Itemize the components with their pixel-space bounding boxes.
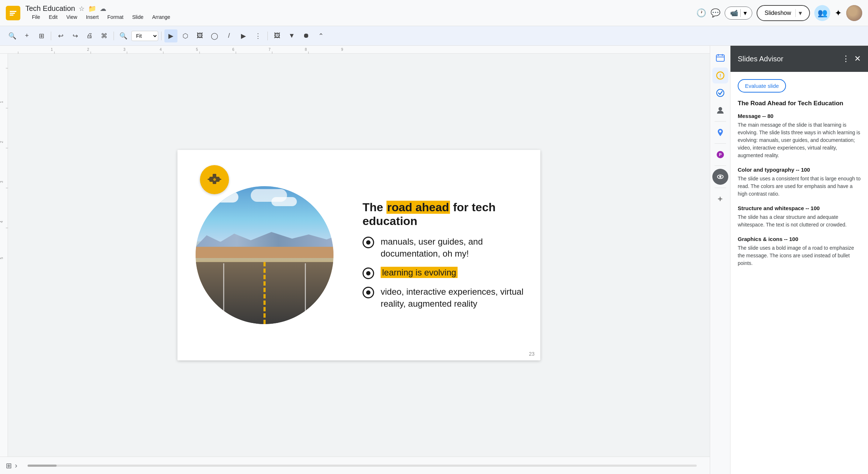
undo-btn[interactable]: ↩: [54, 29, 67, 42]
next-slide-icon[interactable]: ›: [15, 461, 17, 470]
svg-text:3: 3: [0, 181, 4, 183]
svg-text:2: 2: [87, 48, 89, 52]
advisor-header-actions: ⋮ ✕: [842, 54, 861, 64]
menu-view[interactable]: View: [63, 13, 81, 21]
icon-rail: ! P +: [710, 46, 730, 474]
star-icon[interactable]: ☆: [79, 5, 85, 13]
menu-format[interactable]: Format: [104, 13, 127, 21]
slide-scrollbar[interactable]: [28, 465, 697, 467]
rail-check-icon[interactable]: [712, 85, 728, 101]
doc-title: Tech Education: [25, 4, 75, 13]
zoom-reset-btn[interactable]: 🔍: [117, 29, 130, 42]
top-bar-actions: 🕐 💬 📹 ▾ Slideshow ▾ 👥 ✦: [696, 5, 862, 21]
svg-rect-37: [716, 55, 724, 61]
road-circle-image: [196, 186, 333, 324]
add-people-button[interactable]: 👥: [814, 5, 830, 21]
advisor-section-structure: Structure and whitespace -- 100 The slid…: [738, 205, 861, 229]
grid-view-btn[interactable]: ⊞: [35, 29, 48, 42]
grid-view-icon[interactable]: ⊞: [6, 461, 12, 470]
toolbar-sep-1: [51, 32, 51, 40]
svg-rect-40: [722, 54, 723, 56]
main-area: 1 2 3 4 5 6 7 8 9: [0, 46, 868, 474]
history-icon[interactable]: 🕐: [696, 8, 706, 18]
slide-left: ⊕: [177, 150, 352, 360]
rail-purple-icon[interactable]: P: [712, 147, 728, 163]
list-item: learning is evolving: [363, 266, 529, 279]
menu-slide[interactable]: Slide: [128, 13, 147, 21]
bullet-icon-1: [363, 237, 374, 248]
list-item: manuals, user guides, and documentation,…: [363, 236, 529, 260]
menu-insert[interactable]: Insert: [82, 13, 102, 21]
print-btn[interactable]: 🖨: [83, 29, 96, 42]
more-btn[interactable]: ⋮: [251, 29, 265, 42]
svg-rect-3: [10, 15, 13, 16]
slide: ⊕: [177, 150, 540, 360]
svg-rect-2: [10, 13, 15, 14]
evaluate-slide-button[interactable]: Evaluate slide: [738, 79, 786, 93]
rail-advisor-icon[interactable]: !: [712, 68, 728, 83]
svg-marker-36: [220, 178, 222, 180]
bullet-icon-3: [363, 287, 374, 298]
transform-btn[interactable]: ⬡: [179, 29, 192, 42]
shape-btn[interactable]: ◯: [208, 29, 221, 42]
advisor-section-title-graphics: Graphics & icons -- 100: [738, 236, 861, 242]
image-btn[interactable]: 🖼: [193, 29, 206, 42]
slide-viewport[interactable]: ⊕: [8, 54, 710, 457]
record-btn[interactable]: ⏺: [300, 29, 313, 42]
rail-person-icon[interactable]: [712, 102, 728, 118]
comments-icon[interactable]: 💬: [711, 8, 720, 18]
rail-calendar-icon[interactable]: [712, 50, 728, 66]
zoom-select[interactable]: Fit 50% 75% 100%: [131, 31, 158, 41]
menu-arrange[interactable]: Arrange: [148, 13, 174, 21]
bullet-list: manuals, user guides, and documentation,…: [363, 236, 529, 310]
canvas-area: 1 2 3 4 5 6 7 8 9: [0, 46, 710, 474]
rail-add-icon[interactable]: +: [712, 191, 728, 207]
svg-text:5: 5: [0, 257, 4, 259]
svg-marker-35: [207, 178, 209, 180]
svg-point-44: [718, 107, 722, 111]
svg-text:6: 6: [232, 48, 234, 52]
slideshow-button[interactable]: Slideshow ▾: [757, 5, 810, 21]
zoom-out-btn[interactable]: 🔍: [6, 29, 19, 42]
line-btn[interactable]: /: [222, 29, 236, 42]
video-insert-btn[interactable]: ▶: [237, 29, 250, 42]
rail-maps-icon[interactable]: [712, 124, 728, 140]
advisor-section-title-structure: Structure and whitespace -- 100: [738, 205, 861, 211]
advisor-more-icon[interactable]: ⋮: [842, 54, 850, 64]
menu-edit[interactable]: Edit: [45, 13, 61, 21]
ruler-horizontal: 1 2 3 4 5 6 7 8 9: [0, 46, 710, 54]
svg-text:1: 1: [51, 48, 53, 52]
slideshow-dropdown-arrow: ▾: [795, 9, 802, 17]
advisor-header: Slides Advisor ⋮ ✕: [730, 46, 868, 72]
ruler-area: 1 2 3 4 5: [0, 54, 710, 457]
rail-eye-icon[interactable]: [712, 169, 728, 185]
svg-point-45: [719, 130, 721, 132]
ruler-vertical: 1 2 3 4 5: [0, 54, 8, 457]
menu-file[interactable]: File: [28, 13, 44, 21]
rail-sep-4: [715, 188, 726, 188]
bullet-icon-2: [363, 267, 374, 279]
advisor-section-text-graphics: The slide uses a bold image of a road to…: [738, 244, 861, 267]
list-item: video, interactive experiences, virtual …: [363, 286, 529, 310]
slide-title-highlight: road ahead: [386, 201, 450, 214]
toolbar-sep-3: [161, 32, 161, 40]
background-btn[interactable]: 🖼: [271, 29, 284, 42]
slide-title-part1: The: [363, 201, 386, 214]
paint-format-btn[interactable]: ⌘: [98, 29, 111, 42]
toolbar-sep-2: [114, 32, 114, 40]
cloud-icon[interactable]: ☁: [100, 5, 106, 13]
svg-point-43: [717, 89, 724, 97]
collapse-btn[interactable]: ⌃: [314, 29, 327, 42]
svg-text:2: 2: [0, 141, 4, 143]
sparkle-icon[interactable]: ✦: [835, 8, 842, 18]
fill-btn[interactable]: ▼: [285, 29, 298, 42]
select-tool-btn[interactable]: ▶: [164, 29, 177, 42]
folder-icon[interactable]: 📁: [88, 5, 96, 13]
redo-btn[interactable]: ↪: [69, 29, 82, 42]
rail-sep-2: [715, 143, 726, 144]
advisor-close-icon[interactable]: ✕: [854, 54, 861, 64]
advisor-section-color: Color and typography -- 100 The slide us…: [738, 167, 861, 198]
svg-text:4: 4: [160, 48, 162, 52]
video-button[interactable]: 📹 ▾: [725, 7, 752, 20]
zoom-in-btn[interactable]: +: [20, 29, 33, 42]
